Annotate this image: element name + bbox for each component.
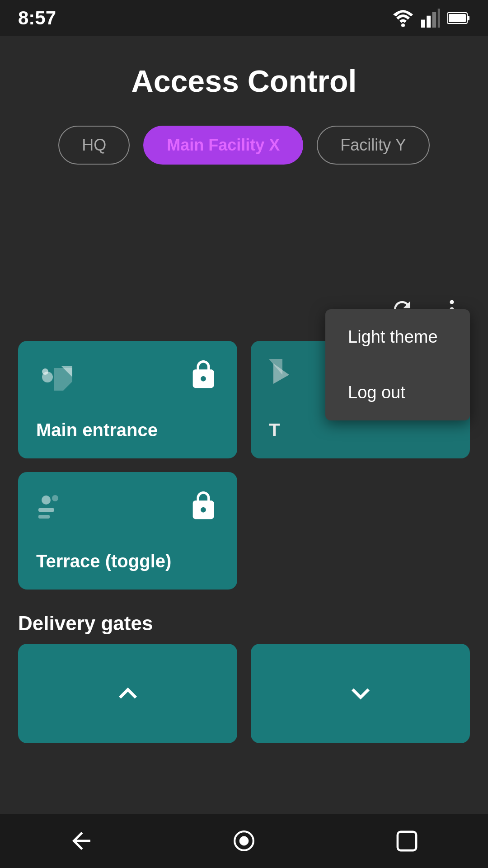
app-header: Access Control [0,36,488,117]
wifi-icon [392,9,414,27]
status-icons [392,9,470,28]
nav-bar [0,814,488,868]
svg-point-8 [450,300,454,304]
home-circle-icon [233,830,255,852]
svg-rect-4 [438,9,440,28]
dropdown-menu: Light theme Log out [325,309,470,420]
content-spacer [0,183,488,273]
tab-bar: HQ Main Facility X Facility Y [0,117,488,183]
back-button[interactable] [54,823,108,859]
card2-label: T [269,420,452,440]
status-time: 8:57 [18,7,56,29]
svg-rect-6 [467,16,469,20]
svg-rect-1 [421,20,425,28]
terrace-label: Terrace (toggle) [36,551,219,571]
terrace-card[interactable]: Terrace (toggle) [18,472,237,590]
main-content: Light theme Log out Main entrance [0,273,488,752]
main-entrance-label: Main entrance [36,420,219,440]
svg-point-13 [42,368,48,375]
page-title: Access Control [0,63,488,99]
light-theme-option[interactable]: Light theme [325,309,470,365]
svg-rect-7 [449,14,466,22]
svg-rect-22 [397,831,416,850]
log-out-option[interactable]: Log out [325,365,470,420]
lock-icon-3 [188,490,219,522]
signal-icon [421,9,440,28]
recents-icon [394,829,419,854]
svg-point-17 [52,495,58,501]
delivery-gates-section-label: Delivery gates [18,612,470,635]
svg-rect-2 [427,16,431,28]
cards-row-2: Terrace (toggle) [18,472,470,590]
tab-main-facility-x[interactable]: Main Facility X [143,126,303,165]
card2-logo-icon [269,359,305,395]
gate-up-card[interactable] [18,644,237,743]
tab-hq[interactable]: HQ [58,126,130,165]
terrace-logo-icon [36,490,72,526]
home-button[interactable] [217,823,271,859]
recents-button[interactable] [380,823,434,859]
tab-facility-y[interactable]: Facility Y [317,126,429,165]
svg-rect-19 [38,515,50,519]
gates-grid [18,644,470,743]
card-logo-icon [36,359,72,395]
main-entrance-card[interactable]: Main entrance [18,341,237,458]
status-bar: 8:57 [0,0,488,36]
gate-down-card[interactable] [251,644,470,743]
battery-icon [447,11,470,25]
svg-rect-18 [38,508,54,512]
empty-card-slot [251,472,470,590]
chevron-down-icon [343,675,379,712]
chevron-up-icon [110,675,146,712]
lock-icon [188,359,219,391]
svg-point-16 [42,495,51,505]
svg-point-21 [239,836,249,846]
svg-point-0 [401,24,405,27]
back-icon [68,827,95,854]
svg-rect-3 [432,12,436,28]
